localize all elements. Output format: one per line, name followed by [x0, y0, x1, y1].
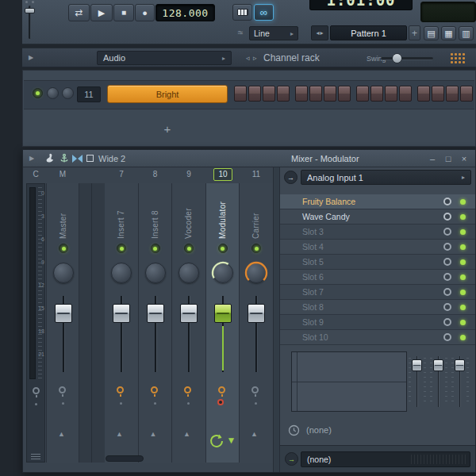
fx-slot-5[interactable]: Slot 5	[280, 255, 475, 270]
shape-selector[interactable]: Line ▸	[249, 26, 298, 40]
eq-band-fader-high[interactable]	[451, 352, 469, 413]
master-volume-slider[interactable]	[24, 1, 36, 42]
loop-record-button[interactable]: ⇄	[68, 4, 90, 21]
volume-fader-selected[interactable]	[214, 304, 232, 323]
fx-slot-1[interactable]: Fruity Balance	[280, 194, 475, 209]
step-button[interactable]	[370, 86, 383, 102]
slot-enable-led[interactable]	[460, 305, 466, 310]
minimize-icon[interactable]: –	[426, 153, 439, 164]
fx-slot-7[interactable]: Slot 7	[280, 285, 475, 300]
up-arrow-icon[interactable]: ▲	[150, 431, 157, 438]
mixer-track-11-carrier[interactable]: Carrier ▲	[240, 183, 274, 463]
step-button[interactable]	[399, 86, 412, 102]
up-arrow-icon[interactable]: ▲	[116, 431, 123, 438]
square-icon[interactable]	[86, 155, 94, 162]
spinner-right-icon[interactable]: ▸	[321, 29, 324, 36]
mixer-track-8[interactable]: Insert 8 ▲	[139, 183, 173, 463]
arm-icon[interactable]	[33, 387, 40, 394]
arm-icon[interactable]	[251, 386, 259, 393]
fx-slot-2[interactable]: Wave Candy	[280, 209, 475, 225]
pan-knob[interactable]	[111, 263, 132, 283]
eq-display[interactable]	[291, 351, 407, 412]
channel-name-button[interactable]: Bright	[107, 85, 228, 103]
step-button[interactable]	[446, 86, 459, 102]
pan-knob[interactable]	[178, 263, 199, 283]
mixer-track-master[interactable]: Master ▲	[46, 183, 79, 463]
slider-handle[interactable]	[25, 8, 35, 13]
audio-input-icon[interactable]: →	[284, 171, 298, 184]
step-button[interactable]	[234, 86, 247, 102]
step-grid-icon[interactable]	[451, 53, 453, 56]
slot-enable-led[interactable]	[460, 214, 466, 220]
up-arrow-icon[interactable]: ▲	[58, 431, 65, 438]
step-button[interactable]	[295, 86, 308, 102]
workspace-layout-button-1[interactable]: ▤	[424, 26, 439, 40]
step-button[interactable]	[356, 86, 369, 102]
slot-enable-led[interactable]	[460, 290, 466, 295]
slot-mix-knob[interactable]	[443, 333, 451, 341]
slot-enable-led[interactable]	[460, 320, 466, 325]
up-arrow-icon[interactable]: ▲	[183, 431, 190, 438]
slot-enable-led[interactable]	[460, 335, 466, 340]
track-enable-led[interactable]	[251, 244, 261, 253]
fx-slot-8[interactable]: Slot 8	[280, 300, 475, 315]
volume-fader[interactable]	[147, 304, 164, 323]
step-button[interactable]	[460, 86, 473, 102]
step-button[interactable]	[324, 86, 336, 102]
step-button[interactable]	[263, 86, 275, 102]
step-button[interactable]	[338, 86, 351, 102]
mixer-menu-arrow-icon[interactable]: ▶	[29, 155, 34, 162]
channel-enable-led[interactable]	[33, 88, 43, 98]
slot-enable-led[interactable]	[460, 274, 466, 280]
slot-mix-knob[interactable]	[443, 228, 451, 236]
slot-mix-knob[interactable]	[443, 213, 451, 221]
arm-icon[interactable]	[184, 386, 191, 393]
eq-band-fader-low[interactable]	[409, 352, 426, 413]
arm-icon[interactable]	[117, 386, 124, 393]
add-channel-button[interactable]: +	[158, 121, 177, 137]
pan-knob[interactable]	[145, 263, 166, 283]
spinner-left-icon[interactable]: ◂	[316, 29, 319, 36]
track-enable-led[interactable]	[117, 244, 126, 253]
slot-mix-knob[interactable]	[443, 288, 451, 296]
track-enable-led[interactable]	[151, 244, 160, 253]
slot-mix-knob[interactable]	[443, 258, 451, 266]
eq-band-fader-mid[interactable]	[430, 352, 447, 413]
arm-icon[interactable]	[218, 386, 225, 393]
slot-enable-led[interactable]	[460, 259, 466, 265]
fx-slot-4[interactable]: Slot 4	[280, 240, 475, 255]
channel-pan-knob[interactable]	[47, 87, 59, 99]
channel-group-selector[interactable]: Audio ▸	[97, 51, 232, 65]
slot-mix-knob[interactable]	[443, 318, 451, 326]
step-button[interactable]	[432, 86, 444, 102]
fx-slot-9[interactable]: Slot 9	[280, 315, 475, 330]
slot-enable-led[interactable]	[460, 244, 466, 250]
pattern-spinner[interactable]: ◂ ▸	[311, 25, 328, 40]
play-button[interactable]: ▶	[90, 4, 113, 21]
anchor-icon[interactable]	[59, 153, 70, 164]
mixer-layout-label[interactable]: Wide 2	[98, 154, 125, 163]
stop-button[interactable]: ■	[113, 4, 134, 21]
audio-output-icon[interactable]: →	[285, 452, 298, 466]
track-header-11[interactable]: 11	[249, 170, 263, 178]
track-header-master[interactable]: M	[56, 170, 69, 178]
horizontal-scrollbar[interactable]	[106, 455, 144, 462]
swan-icon[interactable]	[44, 152, 56, 164]
time-control-value[interactable]: (none)	[306, 425, 332, 435]
bowtie-icon[interactable]	[72, 155, 83, 163]
track-header-8[interactable]: 8	[148, 170, 162, 178]
audio-output-selector[interactable]: (none)	[301, 451, 470, 467]
workspace-layout-button-3[interactable]: ▥	[459, 26, 474, 40]
track-header-9[interactable]: 9	[182, 170, 196, 178]
step-button[interactable]	[277, 86, 290, 102]
fx-slot-10[interactable]: Slot 10	[280, 330, 475, 345]
slot-enable-led[interactable]	[460, 229, 466, 235]
arm-icon[interactable]	[151, 386, 158, 393]
pan-knob[interactable]	[53, 263, 74, 283]
slot-mix-knob[interactable]	[443, 273, 451, 281]
track-header-7[interactable]: 7	[115, 170, 128, 178]
mixer-track-9-vocoder[interactable]: Vocoder ▲	[172, 183, 206, 463]
track-enable-led[interactable]	[218, 244, 228, 253]
step-button[interactable]	[417, 86, 430, 102]
track-enable-led[interactable]	[184, 244, 194, 253]
